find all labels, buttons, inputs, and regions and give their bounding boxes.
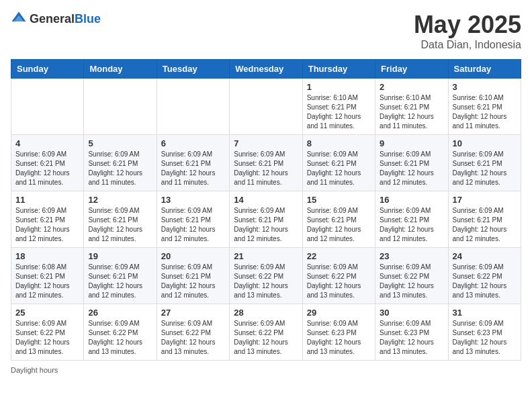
logo: GeneralBlue [11, 11, 101, 27]
calendar-table: SundayMondayTuesdayWednesdayThursdayFrid… [11, 59, 521, 361]
calendar-day-header: Thursday [302, 60, 375, 79]
calendar-cell: 28Sunrise: 6:09 AM Sunset: 6:22 PM Dayli… [230, 304, 302, 361]
day-info: Sunrise: 6:09 AM Sunset: 6:22 PM Dayligh… [234, 263, 298, 300]
calendar-day-header: Tuesday [157, 60, 229, 79]
day-info: Sunrise: 6:09 AM Sunset: 6:21 PM Dayligh… [88, 206, 152, 244]
calendar-cell: 31Sunrise: 6:09 AM Sunset: 6:23 PM Dayli… [448, 304, 521, 361]
day-number: 9 [380, 138, 443, 148]
calendar-day-header: Friday [375, 60, 448, 79]
calendar-week-row: 4Sunrise: 6:09 AM Sunset: 6:21 PM Daylig… [11, 135, 521, 191]
day-number: 29 [307, 308, 371, 318]
calendar-cell: 25Sunrise: 6:09 AM Sunset: 6:22 PM Dayli… [11, 304, 84, 361]
day-info: Sunrise: 6:09 AM Sunset: 6:21 PM Dayligh… [88, 263, 152, 300]
logo-blue: Blue [75, 12, 101, 26]
day-number: 22 [307, 251, 371, 261]
day-number: 27 [161, 308, 225, 318]
day-info: Sunrise: 6:10 AM Sunset: 6:21 PM Dayligh… [380, 93, 443, 131]
calendar-cell: 20Sunrise: 6:09 AM Sunset: 6:21 PM Dayli… [157, 248, 229, 304]
calendar-cell: 27Sunrise: 6:09 AM Sunset: 6:22 PM Dayli… [157, 304, 229, 361]
calendar-cell: 19Sunrise: 6:09 AM Sunset: 6:21 PM Dayli… [84, 248, 157, 304]
calendar-day-header: Saturday [448, 60, 521, 79]
day-number: 23 [380, 251, 443, 261]
page-header: GeneralBlue May 2025 Data Dian, Indonesi… [11, 11, 521, 51]
day-info: Sunrise: 6:09 AM Sunset: 6:21 PM Dayligh… [234, 206, 298, 244]
day-number: 10 [453, 138, 517, 148]
day-number: 20 [161, 251, 225, 261]
day-info: Sunrise: 6:09 AM Sunset: 6:21 PM Dayligh… [307, 206, 371, 244]
location-subtitle: Data Dian, Indonesia [414, 39, 521, 51]
day-number: 15 [307, 195, 371, 205]
day-number: 1 [307, 82, 371, 92]
calendar-cell: 6Sunrise: 6:09 AM Sunset: 6:21 PM Daylig… [157, 135, 229, 191]
calendar-cell: 29Sunrise: 6:09 AM Sunset: 6:23 PM Dayli… [302, 304, 375, 361]
calendar-day-header: Monday [84, 60, 157, 79]
day-info: Sunrise: 6:09 AM Sunset: 6:21 PM Dayligh… [380, 206, 443, 244]
day-info: Sunrise: 6:10 AM Sunset: 6:21 PM Dayligh… [453, 93, 517, 131]
day-number: 3 [453, 82, 517, 92]
calendar-cell: 13Sunrise: 6:09 AM Sunset: 6:21 PM Dayli… [157, 191, 229, 248]
logo-general: General [30, 12, 75, 26]
day-info: Sunrise: 6:09 AM Sunset: 6:21 PM Dayligh… [15, 150, 79, 187]
daylight-hours-label: Daylight hours [11, 366, 58, 374]
day-info: Sunrise: 6:09 AM Sunset: 6:21 PM Dayligh… [453, 206, 517, 244]
generalblue-logo-icon [11, 11, 27, 27]
day-info: Sunrise: 6:09 AM Sunset: 6:21 PM Dayligh… [307, 150, 371, 187]
calendar-cell: 1Sunrise: 6:10 AM Sunset: 6:21 PM Daylig… [302, 79, 375, 135]
month-year-title: May 2025 [414, 11, 521, 39]
day-info: Sunrise: 6:09 AM Sunset: 6:23 PM Dayligh… [307, 319, 371, 357]
calendar-cell: 7Sunrise: 6:09 AM Sunset: 6:21 PM Daylig… [230, 135, 302, 191]
calendar-cell: 24Sunrise: 6:09 AM Sunset: 6:22 PM Dayli… [448, 248, 521, 304]
calendar-cell: 11Sunrise: 6:09 AM Sunset: 6:21 PM Dayli… [11, 191, 84, 248]
calendar-cell: 3Sunrise: 6:10 AM Sunset: 6:21 PM Daylig… [448, 79, 521, 135]
day-number: 25 [15, 308, 79, 318]
day-number: 7 [234, 138, 298, 148]
day-info: Sunrise: 6:09 AM Sunset: 6:22 PM Dayligh… [307, 263, 371, 300]
calendar-cell [84, 79, 157, 135]
day-number: 13 [161, 195, 225, 205]
calendar-cell: 10Sunrise: 6:09 AM Sunset: 6:21 PM Dayli… [448, 135, 521, 191]
calendar-cell: 14Sunrise: 6:09 AM Sunset: 6:21 PM Dayli… [230, 191, 302, 248]
calendar-week-row: 18Sunrise: 6:08 AM Sunset: 6:21 PM Dayli… [11, 248, 521, 304]
calendar-cell: 15Sunrise: 6:09 AM Sunset: 6:21 PM Dayli… [302, 191, 375, 248]
day-info: Sunrise: 6:09 AM Sunset: 6:21 PM Dayligh… [161, 206, 225, 244]
day-number: 4 [15, 138, 79, 148]
day-info: Sunrise: 6:09 AM Sunset: 6:21 PM Dayligh… [161, 150, 225, 187]
calendar-week-row: 1Sunrise: 6:10 AM Sunset: 6:21 PM Daylig… [11, 79, 521, 135]
day-info: Sunrise: 6:09 AM Sunset: 6:21 PM Dayligh… [161, 263, 225, 300]
day-info: Sunrise: 6:09 AM Sunset: 6:21 PM Dayligh… [453, 150, 517, 187]
day-number: 21 [234, 251, 298, 261]
calendar-week-row: 25Sunrise: 6:09 AM Sunset: 6:22 PM Dayli… [11, 304, 521, 361]
calendar-cell: 30Sunrise: 6:09 AM Sunset: 6:23 PM Dayli… [375, 304, 448, 361]
day-number: 26 [88, 308, 152, 318]
calendar-cell [157, 79, 229, 135]
day-number: 18 [15, 251, 79, 261]
day-number: 14 [234, 195, 298, 205]
day-info: Sunrise: 6:09 AM Sunset: 6:23 PM Dayligh… [453, 319, 517, 357]
day-number: 30 [380, 308, 443, 318]
calendar-cell: 23Sunrise: 6:09 AM Sunset: 6:22 PM Dayli… [375, 248, 448, 304]
calendar-cell: 21Sunrise: 6:09 AM Sunset: 6:22 PM Dayli… [230, 248, 302, 304]
day-number: 16 [380, 195, 443, 205]
calendar-cell: 2Sunrise: 6:10 AM Sunset: 6:21 PM Daylig… [375, 79, 448, 135]
calendar-cell: 4Sunrise: 6:09 AM Sunset: 6:21 PM Daylig… [11, 135, 84, 191]
title-section: May 2025 Data Dian, Indonesia [414, 11, 521, 51]
calendar-cell: 5Sunrise: 6:09 AM Sunset: 6:21 PM Daylig… [84, 135, 157, 191]
calendar-week-row: 11Sunrise: 6:09 AM Sunset: 6:21 PM Dayli… [11, 191, 521, 248]
calendar-cell [230, 79, 302, 135]
calendar-cell: 22Sunrise: 6:09 AM Sunset: 6:22 PM Dayli… [302, 248, 375, 304]
day-number: 19 [88, 251, 152, 261]
calendar-day-header: Wednesday [230, 60, 302, 79]
day-info: Sunrise: 6:09 AM Sunset: 6:22 PM Dayligh… [380, 263, 443, 300]
day-number: 5 [88, 138, 152, 148]
logo-text: GeneralBlue [30, 12, 101, 26]
footer: Daylight hours [11, 366, 521, 374]
calendar-cell: 18Sunrise: 6:08 AM Sunset: 6:21 PM Dayli… [11, 248, 84, 304]
day-number: 17 [453, 195, 517, 205]
calendar-cell: 9Sunrise: 6:09 AM Sunset: 6:21 PM Daylig… [375, 135, 448, 191]
day-info: Sunrise: 6:09 AM Sunset: 6:22 PM Dayligh… [88, 319, 152, 357]
day-number: 2 [380, 82, 443, 92]
calendar-day-header: Sunday [11, 60, 84, 79]
calendar-cell: 16Sunrise: 6:09 AM Sunset: 6:21 PM Dayli… [375, 191, 448, 248]
day-info: Sunrise: 6:09 AM Sunset: 6:23 PM Dayligh… [380, 319, 443, 357]
day-info: Sunrise: 6:09 AM Sunset: 6:22 PM Dayligh… [161, 319, 225, 357]
